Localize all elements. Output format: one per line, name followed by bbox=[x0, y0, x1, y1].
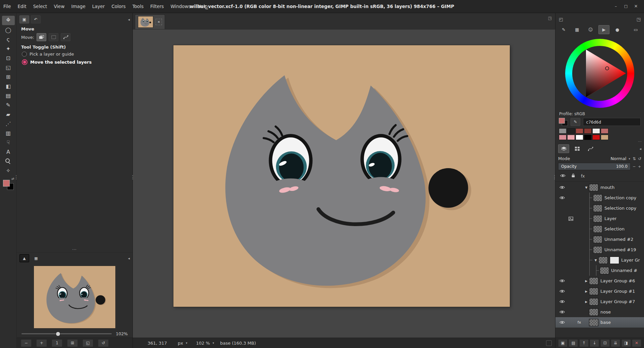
expander-closed-icon[interactable]: ▶ bbox=[584, 279, 589, 283]
tool-crop[interactable]: ⊡ bbox=[2, 53, 15, 63]
panel-menu-icon[interactable]: ◂ bbox=[128, 17, 130, 22]
tab-close-icon[interactable]: ✕ bbox=[156, 19, 162, 25]
opacity-increase-icon[interactable]: + bbox=[638, 164, 641, 169]
layer-thumbnail[interactable] bbox=[589, 319, 598, 326]
zoom-slider-handle[interactable] bbox=[56, 332, 60, 336]
visibility-toggle-icon[interactable] bbox=[560, 174, 566, 179]
raise-layer-button[interactable]: ↑ bbox=[579, 339, 589, 347]
layer-row-selection[interactable]: Selection bbox=[555, 224, 644, 234]
dock-grid-icon[interactable]: ◰ bbox=[559, 17, 563, 22]
subdock-tab-pattern[interactable]: ▦ bbox=[31, 254, 41, 262]
menu-colors[interactable]: Colors bbox=[108, 0, 129, 13]
panel-splitter[interactable]: ⋮ bbox=[130, 174, 135, 180]
menu-filters[interactable]: Filters bbox=[147, 0, 167, 13]
panel-menu-icon[interactable]: ◂ bbox=[128, 256, 130, 261]
visibility-toggle[interactable] bbox=[555, 310, 567, 314]
visibility-toggle[interactable] bbox=[555, 300, 567, 303]
opacity-decrease-icon[interactable]: − bbox=[632, 164, 636, 169]
visibility-toggle[interactable] bbox=[555, 186, 567, 189]
switch-mode-icon[interactable]: ⇅ bbox=[633, 156, 636, 161]
canvas-viewport[interactable] bbox=[133, 29, 555, 338]
mini-fg-swatch[interactable] bbox=[559, 118, 565, 124]
navigation-preview[interactable] bbox=[34, 266, 116, 329]
dock-corner-icon[interactable]: ◳ bbox=[637, 17, 641, 22]
menu-select[interactable]: Select bbox=[30, 0, 51, 13]
menu-layer[interactable]: Layer bbox=[89, 0, 108, 13]
tool-unified-transform[interactable]: ◱ bbox=[2, 63, 15, 72]
expander-open-icon[interactable]: ▼ bbox=[584, 186, 589, 189]
layer-thumbnail[interactable] bbox=[593, 194, 602, 202]
tool-handle-transform[interactable]: ⊞ bbox=[2, 72, 15, 81]
layer-thumbnail[interactable] bbox=[589, 308, 598, 316]
opacity-slider[interactable]: Opacity 100.0 bbox=[558, 163, 631, 170]
move-selection-button[interactable] bbox=[49, 33, 58, 41]
palette-swatch[interactable] bbox=[584, 128, 592, 134]
new-layer-button[interactable]: ▣ bbox=[558, 339, 568, 347]
layer-row-mouth[interactable]: ▼mouth bbox=[555, 182, 644, 193]
fg-bg-colors[interactable]: ⇄ bbox=[3, 179, 14, 190]
foreground-color-swatch[interactable] bbox=[3, 180, 10, 187]
canvas-menu-icon[interactable]: ◳ bbox=[548, 16, 552, 20]
canvas-image[interactable] bbox=[173, 45, 510, 307]
layer-thumbnail[interactable] bbox=[600, 267, 609, 274]
edit-color-button[interactable]: ✎ bbox=[571, 118, 580, 126]
window-minimize-button[interactable]: – bbox=[612, 0, 620, 13]
move-path-button[interactable] bbox=[61, 33, 70, 41]
tool-airbrush[interactable]: ⋰ bbox=[2, 119, 15, 128]
visibility-toggle[interactable] bbox=[555, 321, 567, 324]
layer-row-selection-copy[interactable]: Selection copy bbox=[555, 203, 644, 213]
tab-gradients[interactable]: ● bbox=[612, 25, 623, 34]
window-close-button[interactable]: ✕ bbox=[632, 0, 640, 13]
tab-tool-presets[interactable]: ✎ bbox=[558, 25, 569, 34]
layer-thumbnail[interactable] bbox=[589, 277, 598, 285]
menu-tools[interactable]: Tools bbox=[129, 0, 147, 13]
tool-pencil[interactable]: ✎ bbox=[2, 100, 15, 110]
palette-swatch[interactable] bbox=[567, 135, 575, 140]
zoom-in-button[interactable]: + bbox=[36, 339, 47, 347]
mini-fg-bg[interactable] bbox=[559, 118, 568, 126]
lower-layer-button[interactable]: ↓ bbox=[590, 339, 599, 347]
tool-smudge[interactable]: ☟ bbox=[2, 138, 15, 147]
layer-row-unnamed-19[interactable]: Unnamed #19 bbox=[555, 245, 644, 255]
menu-file[interactable]: File bbox=[0, 0, 14, 13]
tab-channels[interactable] bbox=[572, 144, 583, 153]
palette-swatch[interactable] bbox=[559, 135, 567, 140]
tool-fuzzy-select[interactable]: ✦ bbox=[2, 44, 15, 53]
layer-thumbnail[interactable] bbox=[593, 225, 602, 233]
cancel-progress-icon[interactable] bbox=[546, 340, 552, 346]
tool-free-select[interactable]: ς bbox=[2, 34, 15, 44]
radio-option-0[interactable]: Pick a layer or guide bbox=[17, 50, 132, 58]
layer-row-unnamed-2[interactable]: Unnamed #2 bbox=[555, 234, 644, 245]
layer-row-base[interactable]: fxbase bbox=[555, 317, 644, 328]
merge-down-button[interactable]: ⇊ bbox=[611, 339, 620, 347]
lock-toggle-icon[interactable] bbox=[571, 173, 575, 179]
palette-swatch[interactable] bbox=[601, 128, 608, 134]
hue-ring[interactable] bbox=[565, 39, 634, 108]
tab-patterns[interactable]: ▦ bbox=[572, 25, 583, 34]
zoom-slider[interactable] bbox=[21, 333, 112, 334]
panel-splitter[interactable]: ⋮ bbox=[14, 174, 19, 180]
add-mask-button[interactable]: ◨ bbox=[622, 339, 631, 347]
tool-text[interactable]: A bbox=[2, 147, 15, 156]
new-group-button[interactable]: ▤ bbox=[569, 339, 578, 347]
palette-swatch[interactable] bbox=[576, 128, 583, 134]
shrink-wrap-button[interactable]: ↺ bbox=[98, 339, 109, 347]
palette-swatch[interactable] bbox=[567, 128, 575, 134]
expander-closed-icon[interactable]: ▶ bbox=[584, 290, 589, 293]
menu-view[interactable]: View bbox=[50, 0, 68, 13]
layer-row-layer-group-6[interactable]: ▶Layer Group #6 bbox=[555, 276, 644, 286]
layer-thumbnail[interactable] bbox=[593, 246, 602, 254]
panel-menu-icon[interactable]: ◂ bbox=[639, 147, 641, 151]
tool-ellipse-select[interactable]: ◯ bbox=[2, 25, 15, 34]
mode-dropdown[interactable]: Normal bbox=[610, 156, 630, 161]
layer-thumbnail[interactable] bbox=[589, 298, 598, 305]
layer-thumbnail[interactable] bbox=[589, 288, 598, 295]
tab-fonts[interactable]: ☺ bbox=[585, 25, 596, 34]
zoom-out-button[interactable]: − bbox=[21, 339, 32, 347]
radio-option-1[interactable]: Move the selected layers bbox=[17, 58, 132, 66]
menu-image[interactable]: Image bbox=[68, 0, 89, 13]
visibility-toggle[interactable] bbox=[555, 196, 567, 200]
palette-swatch[interactable] bbox=[592, 128, 600, 134]
move-layer-button[interactable] bbox=[37, 33, 46, 41]
layer-row-layer-group-7[interactable]: ▶Layer Group #7 bbox=[555, 296, 644, 307]
